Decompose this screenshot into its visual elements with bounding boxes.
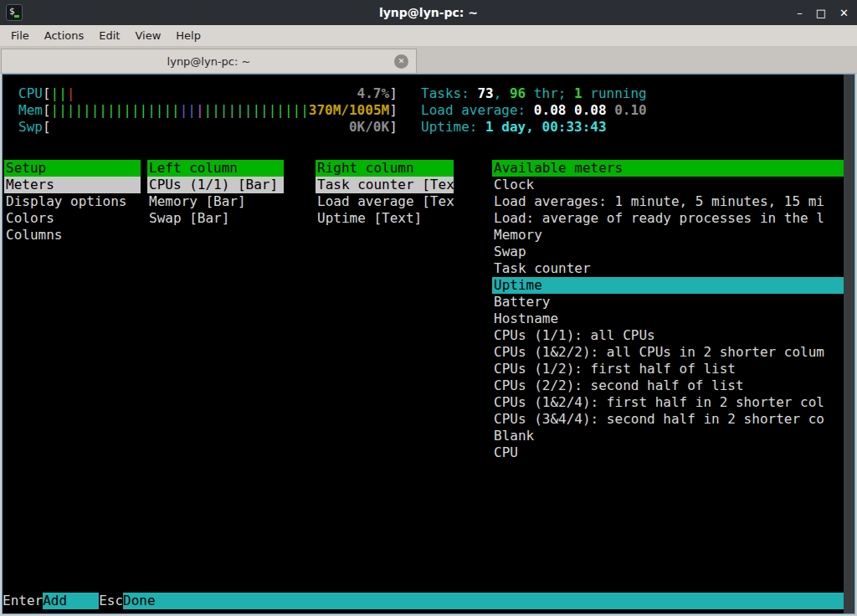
setup-panel-title: Setup bbox=[4, 160, 141, 177]
memory-meter-value: 370M/1005M bbox=[309, 102, 389, 119]
left-column-panel-title: Left column bbox=[147, 160, 284, 177]
menu-help[interactable]: Help bbox=[168, 27, 208, 44]
cpu-meter: CPU[|||4.7%] bbox=[18, 85, 398, 102]
tab-title: lynp@lyn-pc: ~ bbox=[167, 55, 251, 68]
bracket: [ bbox=[43, 119, 51, 135]
threads-count: 96 bbox=[510, 85, 526, 101]
uptime: Uptime: 1 day, 00:33:43 bbox=[421, 119, 647, 136]
meter-item-battery[interactable]: Battery bbox=[492, 294, 844, 311]
tabbar: lynp@lyn-pc: ~ ✕ bbox=[0, 47, 857, 74]
available-meters-panel: Available meters Clock Load averages: 1 … bbox=[492, 160, 844, 461]
meter-item-swap[interactable]: Swap bbox=[492, 244, 844, 260]
meters-block: CPU[|||4.7%] Mem[|||||||||||||||||||||||… bbox=[18, 85, 398, 136]
right-column-item-task-counter[interactable]: Task counter [Text] bbox=[316, 177, 454, 193]
swap-meter-label: Swp bbox=[18, 119, 43, 135]
app-icon-cursor bbox=[14, 15, 19, 18]
function-bar-filler bbox=[156, 593, 844, 609]
bracket: ] bbox=[389, 85, 398, 101]
menu-edit[interactable]: Edit bbox=[91, 27, 127, 44]
done-action[interactable]: Done bbox=[123, 593, 156, 609]
memory-meter: Mem[||||||||||||||||||||||||||||||||370M… bbox=[18, 102, 398, 119]
setup-item-meters[interactable]: Meters bbox=[4, 177, 141, 193]
meter-item-hostname[interactable]: Hostname bbox=[492, 311, 844, 327]
uptime-value: 1 day, 00:33:43 bbox=[485, 119, 607, 135]
window-controls: – □ ✕ bbox=[797, 8, 849, 18]
header-text-block: Tasks: 73, 96 thr; 1 running Load averag… bbox=[421, 85, 647, 136]
scrollbar[interactable] bbox=[844, 74, 854, 613]
load-value-old: 0.10 bbox=[607, 102, 647, 118]
right-column-item-load-average[interactable]: Load average [Text] bbox=[316, 193, 454, 210]
meter-item-cpu[interactable]: CPU bbox=[492, 444, 844, 461]
setup-item-columns[interactable]: Columns bbox=[4, 227, 141, 244]
right-column-item-uptime[interactable]: Uptime [Text] bbox=[316, 210, 454, 227]
meter-item-clock[interactable]: Clock bbox=[492, 177, 844, 193]
function-bar: Enter Add Esc Done bbox=[3, 593, 844, 609]
meter-item-uptime[interactable]: Uptime bbox=[492, 277, 844, 294]
meter-item-blank[interactable]: Blank bbox=[492, 428, 844, 444]
cpu-meter-bars: ||| bbox=[51, 85, 75, 102]
meter-item-cpus-1and2-2[interactable]: CPUs (1&2/2): all CPUs in 2 shorter colu… bbox=[492, 344, 844, 361]
right-column-panel-title: Right column bbox=[316, 160, 454, 177]
available-meters-panel-title: Available meters bbox=[492, 160, 844, 177]
meter-item-task-counter[interactable]: Task counter bbox=[492, 260, 844, 277]
cpu-meter-value: 4.7% bbox=[357, 85, 390, 102]
swap-meter-value: 0K/0K bbox=[349, 119, 389, 136]
menu-view[interactable]: View bbox=[127, 27, 168, 44]
right-column-panel: Right column Task counter [Text] Load av… bbox=[316, 160, 454, 227]
bracket: ] bbox=[389, 102, 398, 118]
terminal-app-icon: $ bbox=[6, 4, 23, 21]
memory-meter-label: Mem bbox=[18, 102, 43, 118]
load-average: Load average: 0.08 0.08 0.10 bbox=[421, 102, 647, 119]
close-icon[interactable]: ✕ bbox=[839, 8, 849, 18]
tasks-count: 73 bbox=[477, 85, 493, 101]
menu-file[interactable]: File bbox=[3, 27, 37, 44]
setup-panel: Setup Meters Display options Colors Colu… bbox=[4, 160, 141, 244]
meter-item-memory[interactable]: Memory bbox=[492, 227, 844, 244]
maximize-icon[interactable]: □ bbox=[816, 8, 826, 18]
window-title: lynp@lyn-pc: ~ bbox=[0, 6, 857, 19]
meter-item-load[interactable]: Load: average of ready processes in the … bbox=[492, 210, 844, 227]
left-column-item-swap[interactable]: Swap [Bar] bbox=[147, 210, 284, 227]
meter-item-cpus-1-1[interactable]: CPUs (1/1): all CPUs bbox=[492, 327, 844, 344]
menubar: File Actions Edit View Help bbox=[0, 25, 857, 47]
bracket: ] bbox=[389, 119, 398, 135]
meter-item-cpus-3and4-4[interactable]: CPUs (3&4/4): second half in 2 shorter c… bbox=[492, 411, 844, 428]
load-values-recent: 0.08 0.08 bbox=[534, 102, 607, 118]
cpu-meter-label: CPU bbox=[18, 85, 43, 101]
bracket: [ bbox=[43, 85, 51, 101]
tasks-summary: Tasks: 73, 96 thr; 1 running bbox=[421, 85, 647, 102]
setup-item-colors[interactable]: Colors bbox=[4, 210, 141, 227]
meter-item-load-averages[interactable]: Load averages: 1 minute, 5 minutes, 15 m… bbox=[492, 193, 844, 210]
meter-item-cpus-2-2[interactable]: CPUs (2/2): second half of list bbox=[492, 377, 844, 394]
enter-key[interactable]: Enter bbox=[3, 593, 43, 609]
bracket: [ bbox=[43, 102, 51, 118]
terminal-screen[interactable]: CPU[|||4.7%] Mem[|||||||||||||||||||||||… bbox=[2, 74, 855, 614]
setup-item-display-options[interactable]: Display options bbox=[4, 193, 141, 210]
titlebar: $ lynp@lyn-pc: ~ – □ ✕ bbox=[0, 0, 857, 25]
meter-item-cpus-1-2[interactable]: CPUs (1/2): first half of list bbox=[492, 361, 844, 377]
running-count: 1 bbox=[574, 85, 582, 101]
left-column-item-cpus[interactable]: CPUs (1/1) [Bar] bbox=[147, 177, 284, 193]
meter-item-cpus-1and2-4[interactable]: CPUs (1&2/4): first half in 2 shorter co… bbox=[492, 394, 844, 411]
esc-key[interactable]: Esc bbox=[99, 593, 123, 609]
terminal-tab[interactable]: lynp@lyn-pc: ~ ✕ bbox=[1, 49, 417, 73]
left-column-panel: Left column CPUs (1/1) [Bar] Memory [Bar… bbox=[147, 160, 284, 227]
add-action[interactable]: Add bbox=[43, 593, 99, 609]
terminal-window: $ lynp@lyn-pc: ~ – □ ✕ File Actions Edit… bbox=[0, 0, 857, 616]
left-column-item-memory[interactable]: Memory [Bar] bbox=[147, 193, 284, 210]
menu-actions[interactable]: Actions bbox=[37, 27, 92, 44]
minimize-icon[interactable]: – bbox=[797, 8, 803, 18]
memory-meter-bars: |||||||||||||||||||||||||||||||| bbox=[51, 102, 309, 119]
swap-meter: Swp[0K/0K] bbox=[18, 119, 398, 136]
tab-close-icon[interactable]: ✕ bbox=[394, 54, 408, 69]
